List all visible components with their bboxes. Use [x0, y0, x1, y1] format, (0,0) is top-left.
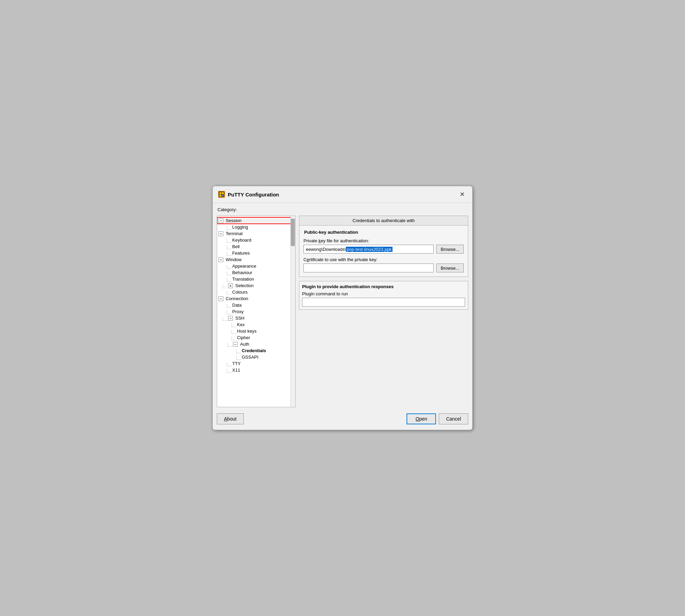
- svg-rect-4: [222, 195, 224, 196]
- tree-label-session: Session: [226, 218, 241, 223]
- private-key-selected-text: pop-test-linux2023.ppk: [346, 247, 393, 252]
- open-button[interactable]: Open: [407, 413, 436, 424]
- connector-tty: [227, 363, 232, 366]
- cert-field-group: Certificate to use with the private key:…: [303, 257, 464, 272]
- tree-item-window[interactable]: − Window: [217, 256, 295, 263]
- connector-colours: [227, 291, 232, 295]
- title-bar-left: PuTTY Configuration: [218, 191, 279, 198]
- connector-selection: [223, 285, 227, 288]
- connector-ssh: [223, 317, 227, 321]
- category-label: Category:: [217, 207, 468, 212]
- expand-icon-connection: −: [219, 296, 223, 301]
- tree-label-features: Features: [232, 251, 250, 256]
- tree-label-hostkeys: Host keys: [237, 329, 257, 334]
- tree-label-data: Data: [232, 303, 241, 308]
- connector-logging: [227, 226, 232, 230]
- main-area: − Session Logging − Terminal Keyboard: [217, 216, 468, 407]
- panel-body: Public-key authentication Private key fi…: [299, 226, 468, 277]
- tree-item-data[interactable]: Data: [217, 302, 295, 308]
- tree-item-proxy[interactable]: Proxy: [217, 308, 295, 315]
- tree-item-x11[interactable]: X11: [217, 367, 295, 373]
- tree-label-x11: X11: [232, 368, 240, 373]
- pubkey-section-title: Public-key authentication: [303, 230, 464, 235]
- scrollbar-track[interactable]: [290, 216, 295, 407]
- cert-input[interactable]: [303, 264, 434, 272]
- panel-header: Credentials to authenticate with: [299, 216, 468, 226]
- tree-item-terminal[interactable]: − Terminal: [217, 230, 295, 237]
- tree-item-features[interactable]: Features: [217, 250, 295, 256]
- tree-item-hostkeys[interactable]: Host keys: [217, 328, 295, 334]
- window-title: PuTTY Configuration: [228, 192, 279, 197]
- tree-label-tty: TTY: [232, 361, 241, 366]
- private-key-label: Private key file for authentication:: [303, 238, 464, 243]
- tree-item-ssh[interactable]: − SSH: [217, 315, 295, 321]
- tree-item-behaviour[interactable]: Behaviour: [217, 269, 295, 276]
- pubkey-section: Public-key authentication: [303, 230, 464, 235]
- private-key-input[interactable]: eewong\Downloads\pop-test-linux2023.ppk: [303, 245, 434, 254]
- connector-keyboard: [227, 239, 232, 243]
- connector-auth: [227, 343, 232, 347]
- tree-item-bell[interactable]: Bell: [217, 243, 295, 250]
- putty-configuration-window: PuTTY Configuration ✕ Category: − Sessio…: [212, 186, 473, 430]
- connector-appearance: [227, 265, 232, 269]
- about-button[interactable]: About: [217, 413, 244, 424]
- tree-item-session[interactable]: − Session: [217, 217, 295, 224]
- close-button[interactable]: ✕: [457, 190, 467, 199]
- expand-icon-session: −: [219, 218, 223, 223]
- private-key-field-group: Private key file for authentication: eew…: [303, 238, 464, 254]
- tree-label-selection: Selection: [235, 283, 253, 288]
- tree-panel: − Session Logging − Terminal Keyboard: [217, 216, 296, 407]
- tree-item-tty[interactable]: TTY: [217, 360, 295, 367]
- cancel-button[interactable]: Cancel: [439, 413, 468, 424]
- private-key-normal-text: eewong\Downloads\: [304, 247, 346, 252]
- main-content: Category: − Session Logging − Terminal: [213, 203, 472, 430]
- bottom-bar: About Open Cancel: [217, 411, 468, 426]
- tree-label-credentials: Credentials: [242, 348, 266, 353]
- plugin-section-title: Plugin to provide authentication respons…: [302, 284, 465, 289]
- tree-item-credentials[interactable]: Credentials: [217, 347, 295, 354]
- connector-hostkeys: [232, 330, 236, 334]
- tree-label-keyboard: Keyboard: [232, 238, 251, 243]
- tree-item-gssapi[interactable]: GSSAPI: [217, 354, 295, 360]
- tree-item-keyboard[interactable]: Keyboard: [217, 237, 295, 243]
- tree-label-gssapi: GSSAPI: [242, 355, 258, 360]
- tree-label-window: Window: [226, 257, 241, 262]
- tree-label-ssh: SSH: [235, 316, 245, 321]
- plugin-command-label: Plugin command to run: [302, 291, 465, 296]
- expand-icon-terminal: −: [219, 231, 223, 236]
- tree-item-connection[interactable]: − Connection: [217, 295, 295, 302]
- tree-item-logging[interactable]: Logging: [217, 224, 295, 230]
- tree-item-selection[interactable]: + Selection: [217, 282, 295, 289]
- tree-label-connection: Connection: [226, 296, 248, 301]
- tree-item-appearance[interactable]: Appearance: [217, 263, 295, 269]
- cert-label: Certificate to use with the private key:: [303, 257, 464, 262]
- private-key-input-row: eewong\Downloads\pop-test-linux2023.ppk …: [303, 245, 464, 254]
- browse-private-key-button[interactable]: Browse...: [436, 245, 464, 254]
- tree-label-translation: Translation: [232, 277, 254, 282]
- action-buttons: Open Cancel: [407, 413, 468, 424]
- browse-cert-button[interactable]: Browse...: [436, 264, 464, 272]
- putty-icon: [218, 191, 225, 198]
- connector-proxy: [227, 311, 232, 314]
- tree-label-colours: Colours: [232, 290, 248, 295]
- tree-item-cipher[interactable]: Cipher: [217, 334, 295, 341]
- tree-item-kex[interactable]: Kex: [217, 321, 295, 328]
- tree-label-terminal: Terminal: [226, 231, 242, 236]
- svg-rect-2: [222, 192, 224, 194]
- expand-icon-selection: +: [228, 283, 233, 288]
- tree-label-auth: Auth: [240, 342, 249, 347]
- tree-label-bell: Bell: [232, 244, 240, 249]
- credentials-panel: Credentials to authenticate with Public-…: [299, 216, 468, 277]
- scrollbar-thumb[interactable]: [291, 219, 295, 246]
- tree-item-colours[interactable]: Colours: [217, 289, 295, 295]
- plugin-section: Plugin to provide authentication respons…: [299, 281, 468, 310]
- svg-rect-3: [220, 195, 221, 196]
- connector-bell: [227, 246, 232, 249]
- plugin-command-input[interactable]: [302, 298, 465, 307]
- tree-item-translation[interactable]: Translation: [217, 276, 295, 282]
- svg-rect-1: [220, 192, 221, 194]
- expand-icon-ssh: −: [228, 316, 233, 321]
- tree-label-logging: Logging: [232, 224, 248, 230]
- connector-behaviour: [227, 272, 232, 275]
- tree-item-auth[interactable]: − Auth: [217, 341, 295, 347]
